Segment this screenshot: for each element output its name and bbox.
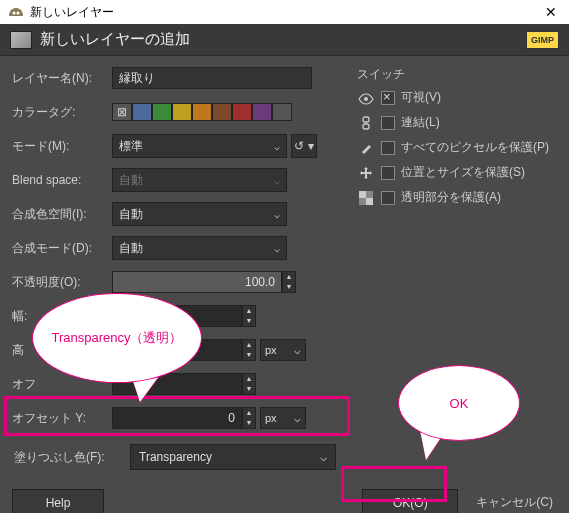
close-button[interactable]: ✕ bbox=[541, 4, 561, 20]
lock-alpha-label: 透明部分を保護(A) bbox=[401, 189, 501, 206]
layer-name-input[interactable] bbox=[112, 67, 312, 89]
mode-value: 標準 bbox=[119, 138, 143, 155]
composite-space-value: 自動 bbox=[119, 206, 143, 223]
color-tag-none[interactable]: ⊠ bbox=[112, 103, 132, 121]
color-tag-picker: ⊠ bbox=[112, 103, 292, 121]
lock-pixels-label: すべてのピクセルを保護(P) bbox=[401, 139, 549, 156]
svg-rect-6 bbox=[359, 191, 366, 198]
linked-checkbox[interactable] bbox=[381, 116, 395, 130]
color-tag-green[interactable] bbox=[152, 103, 172, 121]
checker-icon bbox=[357, 190, 375, 206]
blend-space-label: Blend space: bbox=[12, 173, 112, 187]
height-spinner[interactable]: ▲▼ bbox=[242, 339, 256, 361]
color-tag-gray[interactable] bbox=[272, 103, 292, 121]
fill-value: Transparency bbox=[139, 450, 212, 464]
cancel-button[interactable]: キャンセル(C) bbox=[472, 488, 557, 513]
composite-space-select[interactable]: 自動 ⌵ bbox=[112, 202, 287, 226]
chevron-down-icon: ⌵ bbox=[274, 243, 280, 254]
svg-rect-4 bbox=[363, 124, 369, 129]
chevron-down-icon: ⌵ bbox=[274, 175, 280, 186]
composite-mode-value: 自動 bbox=[119, 240, 143, 257]
blend-space-value: 自動 bbox=[119, 172, 143, 189]
svg-rect-7 bbox=[366, 198, 373, 205]
brush-icon bbox=[357, 140, 375, 156]
blend-space-select[interactable]: 自動 ⌵ bbox=[112, 168, 287, 192]
annotation-callout-ok: OK bbox=[398, 365, 520, 441]
svg-point-0 bbox=[13, 12, 16, 15]
offset-x-spinner[interactable]: ▲▼ bbox=[242, 373, 256, 395]
svg-point-1 bbox=[17, 12, 20, 15]
color-tag-violet[interactable] bbox=[252, 103, 272, 121]
titlebar: 新しいレイヤー ✕ bbox=[0, 0, 569, 24]
color-tag-yellow[interactable] bbox=[172, 103, 192, 121]
button-bar: Help OK(O) キャンセル(C) bbox=[0, 480, 569, 513]
fill-select[interactable]: Transparency ⌵ bbox=[130, 444, 336, 470]
color-tag-orange[interactable] bbox=[192, 103, 212, 121]
visible-checkbox[interactable] bbox=[381, 91, 395, 105]
size-unit-select[interactable]: px⌵ bbox=[260, 339, 306, 361]
composite-mode-label: 合成モード(D): bbox=[12, 240, 112, 257]
lock-position-label: 位置とサイズを保護(S) bbox=[401, 164, 525, 181]
dialog-title: 新しいレイヤーの追加 bbox=[40, 30, 526, 49]
annotation-callout-transparency: Transparency（透明） bbox=[32, 293, 202, 383]
eye-icon bbox=[357, 90, 375, 105]
opacity-input[interactable] bbox=[112, 271, 282, 293]
lock-pixels-checkbox[interactable] bbox=[381, 141, 395, 155]
opacity-spinner[interactable]: ▲▼ bbox=[282, 271, 296, 293]
linked-label: 連結(L) bbox=[401, 114, 440, 131]
layer-icon bbox=[10, 31, 32, 49]
chevron-down-icon: ⌵ bbox=[274, 209, 280, 220]
svg-point-2 bbox=[364, 97, 368, 101]
color-tag-blue[interactable] bbox=[132, 103, 152, 121]
chain-icon bbox=[357, 115, 375, 131]
opacity-label: 不透明度(O): bbox=[12, 274, 112, 291]
mode-select[interactable]: 標準 ⌵ bbox=[112, 134, 287, 158]
chevron-down-icon: ⌵ bbox=[320, 450, 327, 464]
dialog-header: 新しいレイヤーの追加 GIMP bbox=[0, 24, 569, 56]
color-tag-label: カラータグ: bbox=[12, 104, 112, 121]
composite-mode-select[interactable]: 自動 ⌵ bbox=[112, 236, 287, 260]
annotation-highlight-ok bbox=[341, 466, 447, 502]
mode-label: モード(M): bbox=[12, 138, 112, 155]
color-tag-red[interactable] bbox=[232, 103, 252, 121]
lock-alpha-checkbox[interactable] bbox=[381, 191, 395, 205]
new-layer-dialog: 新しいレイヤー ✕ 新しいレイヤーの追加 GIMP レイヤー名(N): カラータ… bbox=[0, 0, 569, 513]
width-spinner[interactable]: ▲▼ bbox=[242, 305, 256, 327]
gimp-badge: GIMP bbox=[526, 31, 559, 49]
color-tag-brown[interactable] bbox=[212, 103, 232, 121]
fill-label: 塗りつぶし色(F): bbox=[14, 449, 130, 466]
help-button[interactable]: Help bbox=[12, 489, 104, 514]
app-icon bbox=[8, 6, 24, 18]
composite-space-label: 合成色空間(I): bbox=[12, 206, 112, 223]
svg-rect-3 bbox=[363, 117, 369, 122]
layer-name-label: レイヤー名(N): bbox=[12, 70, 112, 87]
mode-reset-button[interactable]: ↺ ▾ bbox=[291, 134, 317, 158]
annotation-highlight-fill bbox=[4, 396, 350, 436]
lock-position-checkbox[interactable] bbox=[381, 166, 395, 180]
chevron-down-icon: ⌵ bbox=[274, 141, 280, 152]
visible-label: 可視(V) bbox=[401, 89, 441, 106]
switches-header: スイッチ bbox=[357, 66, 557, 83]
move-icon bbox=[357, 165, 375, 181]
window-title: 新しいレイヤー bbox=[30, 4, 541, 21]
